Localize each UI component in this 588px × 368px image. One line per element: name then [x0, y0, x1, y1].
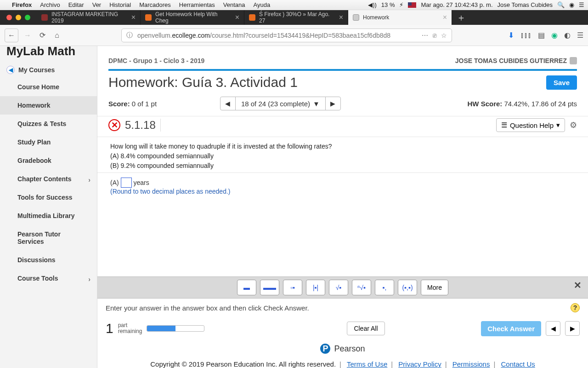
app-name[interactable]: Firefox: [12, 1, 32, 8]
menu-ventana[interactable]: Ventana: [223, 1, 245, 8]
breadcrumb: DPMC - Grupo 1 - Ciclo 3 - 2019: [108, 57, 204, 64]
menu-herramientas[interactable]: Herramientas: [179, 1, 215, 8]
new-tab-button[interactable]: ＋: [452, 10, 470, 25]
tab-chegg-2[interactable]: Ś Firefox ) 30%O » Mar Ago. 27×: [244, 10, 348, 25]
question-text: How long will it take money to quadruple…: [97, 137, 588, 173]
back-button[interactable]: ←: [5, 29, 18, 42]
incorrect-icon: ✕: [108, 119, 120, 131]
sidebar-item-course-home[interactable]: Course Home: [0, 78, 97, 96]
sidebar-icon[interactable]: ▤: [538, 31, 545, 40]
tab-instagram[interactable]: INSTAGRAM MARKETING 2019×: [37, 10, 141, 25]
score-text: Score: 0 of 1 pt: [108, 100, 157, 108]
downloads-icon[interactable]: ⬇: [508, 31, 514, 40]
chevron-right-icon: ›: [88, 276, 90, 283]
my-courses-link[interactable]: ◀My Courses: [0, 62, 97, 78]
menu-ver[interactable]: Ver: [92, 1, 102, 8]
sidebar-item-course-tools[interactable]: Course Tools›: [0, 269, 97, 288]
coord-button[interactable]: ▪,: [375, 280, 394, 295]
sidebar-item-multimedia[interactable]: Multimedia Library: [0, 207, 97, 225]
save-button[interactable]: Save: [546, 75, 577, 90]
menu-marcadores[interactable]: Marcadores: [139, 1, 171, 8]
sidebar-item-label: Discussions: [17, 256, 55, 264]
forward-button[interactable]: →: [22, 30, 33, 41]
next-question-button[interactable]: ▶: [326, 100, 340, 107]
check-answer-button[interactable]: Check Answer: [481, 321, 541, 336]
answer-area: (A) years (Round to two decimal places a…: [97, 173, 588, 200]
sidebar-item-quizzes[interactable]: Quizzes & Tests: [0, 115, 97, 133]
next-button[interactable]: ▶: [565, 321, 580, 336]
sidebar-item-label: Multimedia Library: [17, 212, 74, 219]
close-toolbar-icon[interactable]: ✕: [574, 280, 582, 291]
prev-button[interactable]: ◀: [546, 321, 560, 336]
tab-chegg[interactable]: Get Homework Help With Cheg×: [141, 10, 244, 25]
sidebar-item-discussions[interactable]: Discussions: [0, 251, 97, 269]
pearson-icon: P: [320, 344, 330, 354]
interval-button[interactable]: (▪,▪): [398, 280, 417, 295]
home-button[interactable]: ⌂: [51, 30, 62, 41]
menu-editar[interactable]: Editar: [68, 1, 84, 8]
brand: MyLab Math: [0, 42, 97, 62]
exp-button[interactable]: ▫▪: [283, 280, 302, 295]
minimize-window-icon[interactable]: [16, 15, 21, 20]
sidebar-item-chapter-contents[interactable]: Chapter Contents›: [0, 170, 97, 188]
privacy-link[interactable]: Privacy Policy: [398, 360, 441, 368]
question-position-dropdown[interactable]: 18 of 24 (23 complete) ▼: [235, 97, 326, 110]
terms-link[interactable]: Terms of Use: [347, 360, 387, 368]
sidebar-item-tutor[interactable]: Pearson Tutor Services: [0, 225, 97, 251]
clear-all-button[interactable]: Clear All: [347, 322, 384, 335]
menu-archivo[interactable]: Archivo: [40, 1, 60, 8]
answer-input[interactable]: [121, 178, 132, 188]
gear-icon[interactable]: ⚙: [570, 120, 577, 130]
close-window-icon[interactable]: [6, 15, 12, 20]
contact-link[interactable]: Contact Us: [501, 360, 535, 368]
address-input[interactable]: ⓘ openvellum.ecollege.com/course.html?co…: [121, 29, 452, 42]
sidebar-item-study-plan[interactable]: Study Plan: [0, 133, 97, 151]
account-icon[interactable]: ◐: [564, 31, 571, 40]
library-icon[interactable]: ⫿⫿⫿: [520, 31, 531, 40]
sidebar-item-homework[interactable]: Homework: [0, 96, 97, 115]
spotlight-icon[interactable]: 🔍: [557, 1, 565, 8]
close-tab-icon[interactable]: ×: [443, 13, 447, 22]
clock[interactable]: Mar ago. 27 10:42:43 p. m.: [421, 1, 492, 8]
my-courses-label: My Courses: [18, 66, 55, 74]
page-title: Homework: Guía 3. Actividad 1: [108, 75, 298, 90]
menu-icon[interactable]: ☰: [577, 31, 583, 40]
answer-prefix: (A): [110, 179, 119, 186]
flag-icon[interactable]: [408, 2, 416, 8]
permissions-link[interactable]: Permissions: [452, 360, 490, 368]
frac2-button[interactable]: ▬▬: [260, 280, 279, 295]
tab-homework[interactable]: Homework×: [348, 10, 452, 25]
help-icon[interactable]: ?: [571, 303, 580, 312]
user-display[interactable]: JOSE TOMAS CUBIDES GUTIERREZ: [455, 57, 577, 64]
close-tab-icon[interactable]: ×: [131, 13, 136, 22]
zoom-window-icon[interactable]: [25, 15, 30, 20]
notifications-icon[interactable]: ☰: [579, 1, 584, 8]
prev-question-button[interactable]: ◀: [220, 100, 235, 107]
bookmark-icon[interactable]: ☆: [441, 32, 447, 39]
rounding-note: (Round to two decimal places as needed.): [110, 188, 575, 195]
site-info-icon[interactable]: ⓘ: [126, 31, 133, 40]
window-controls: [0, 10, 37, 25]
question-help-button[interactable]: ☰Question Help ▾: [496, 118, 565, 132]
user-name[interactable]: Jose Tomas Cubides: [498, 1, 553, 8]
sidebar-item-gradebook[interactable]: Gradebook: [0, 151, 97, 170]
extension-icon[interactable]: ◉: [551, 31, 558, 40]
close-tab-icon[interactable]: ×: [339, 13, 343, 22]
sidebar-item-label: Tools for Success: [17, 194, 73, 201]
siri-icon[interactable]: ◉: [569, 1, 574, 8]
frac1-button[interactable]: ▬: [237, 280, 256, 295]
nroot-button[interactable]: ⁿ√▪: [352, 280, 371, 295]
menu-ayuda[interactable]: Ayuda: [254, 1, 271, 8]
volume-icon[interactable]: ◀︎)): [368, 1, 377, 8]
abs-button[interactable]: |▪|: [306, 280, 325, 295]
legal-footer: Copyright © 2019 Pearson Education Inc. …: [97, 356, 588, 368]
more-button[interactable]: More: [421, 280, 448, 295]
page-actions-icon[interactable]: ⋯: [422, 32, 428, 39]
reload-button[interactable]: ⟳: [37, 30, 48, 41]
sqrt-button[interactable]: √▪: [329, 280, 348, 295]
close-tab-icon[interactable]: ×: [235, 13, 239, 22]
menu-historial[interactable]: Historial: [109, 1, 131, 8]
sidebar-item-tools[interactable]: Tools for Success: [0, 188, 97, 207]
answer-suffix: years: [133, 179, 149, 186]
reader-icon[interactable]: ⎚: [433, 32, 436, 39]
